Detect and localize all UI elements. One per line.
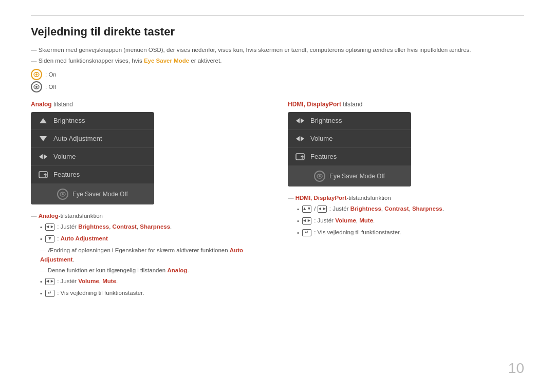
analog-tilstand-label: Analog tilstand xyxy=(31,101,267,108)
bullet-brightness-analog: • ◄► : Justér Brightness, Contrast, Shar… xyxy=(40,222,267,232)
features-row-hdmi: Features xyxy=(288,148,411,166)
down-icon-1: ▼ xyxy=(45,235,54,242)
volume-row-analog: Volume xyxy=(31,148,154,166)
eye-icon-off xyxy=(31,81,42,92)
bullet-auto-adjustment: • ▼ : Auto Adjustment xyxy=(40,234,267,244)
auto-adjustment-icon xyxy=(38,135,48,143)
eye-saver-osd-icon-hdmi xyxy=(314,171,325,182)
top-divider xyxy=(31,15,524,16)
auto-adj-note-1: Ændring af opløsningen i Egenskaber for … xyxy=(40,246,267,264)
features-row-analog: Features xyxy=(31,166,154,184)
svg-point-1 xyxy=(35,73,38,76)
brightness-icon-analog xyxy=(38,117,48,125)
eye-saver-row-hdmi: Eye Saver Mode Off xyxy=(288,166,411,186)
lr-icon-3: ◄► xyxy=(318,206,327,213)
svg-point-4 xyxy=(35,86,38,88)
eye-saver-label-analog: Eye Saver Mode Off xyxy=(72,191,128,198)
hdmi-notes-header: HDMI, DisplayPort-tilstandsfunktion xyxy=(288,194,524,202)
features-label-analog: Features xyxy=(53,171,80,178)
eye-icon-on-row: : On xyxy=(31,69,524,80)
eye-saver-row-analog: Eye Saver Mode Off xyxy=(31,184,154,204)
features-icon-hdmi xyxy=(295,153,305,161)
eye-icon-on xyxy=(31,69,42,80)
features-label-hdmi: Features xyxy=(310,153,337,160)
volume-icon-analog xyxy=(38,153,48,161)
brightness-label-hdmi: Brightness xyxy=(310,117,342,124)
volume-icon-hdmi xyxy=(295,135,305,143)
brightness-row-hdmi: Brightness xyxy=(288,112,411,130)
hdmi-column: HDMI, DisplayPort tilstand Brightness xyxy=(288,101,524,240)
ud-lr-icon: ▲▼ xyxy=(302,206,311,213)
analog-osd-menu: Brightness Auto Adjustment Volume xyxy=(31,112,154,204)
auto-adjustment-row: Auto Adjustment xyxy=(31,130,154,148)
analog-notes-header: Analog-tilstandsfunktion xyxy=(31,212,267,220)
page-title: Vejledning til direkte taster xyxy=(31,25,524,39)
brightness-icon-hdmi xyxy=(295,117,305,125)
hdmi-highlight: HDMI, DisplayPort xyxy=(288,101,341,108)
hdmi-bullet-list: • ▲▼ / ◄► : Justér Brightness, Contrast,… xyxy=(297,204,524,238)
eye-saver-label-hdmi: Eye Saver Mode Off xyxy=(329,173,385,180)
hdmi-tilstand-label: HDMI, DisplayPort tilstand xyxy=(288,101,524,108)
two-column-layout: Analog tilstand Brightness Auto Adjustme… xyxy=(31,101,524,301)
analog-notes: Analog-tilstandsfunktion • ◄► : Justér B… xyxy=(31,212,267,298)
eye-on-label: : On xyxy=(45,71,57,78)
lr-icon-4: ◄► xyxy=(302,217,311,225)
volume-label-hdmi: Volume xyxy=(310,135,332,142)
eye-icon-off-row: : Off xyxy=(31,81,524,92)
bullet-enter-hdmi: • ↵ : Vis vejledning til funktionstaster… xyxy=(297,228,524,237)
lr-icon-2: ◄► xyxy=(45,278,54,285)
analog-bullet-list: • ◄► : Justér Brightness, Contrast, Shar… xyxy=(40,222,267,298)
volume-row-hdmi: Volume xyxy=(288,130,411,148)
hdmi-notes: HDMI, DisplayPort-tilstandsfunktion • ▲▼… xyxy=(288,194,524,238)
auto-adjustment-label: Auto Adjustment xyxy=(53,135,102,142)
lr-icon-1: ◄► xyxy=(45,223,54,231)
enter-icon-1: ↵ xyxy=(45,290,54,297)
analog-column: Analog tilstand Brightness Auto Adjustme… xyxy=(31,101,267,301)
analog-highlight: Analog xyxy=(31,101,52,108)
bullet-enter-analog: • ↵ : Vis vejledning til funktionstaster… xyxy=(40,289,267,298)
brightness-label-analog: Brightness xyxy=(53,117,85,124)
desc-1: Skærmen med genvejsknappen (menuen OSD),… xyxy=(31,46,524,54)
brightness-row-analog: Brightness xyxy=(31,112,154,130)
volume-label-analog: Volume xyxy=(53,153,76,160)
features-icon-analog xyxy=(38,171,48,179)
svg-point-9 xyxy=(62,193,64,195)
enter-icon-2: ↵ xyxy=(302,229,311,236)
eye-saver-legend: : On : Off xyxy=(31,69,524,92)
auto-adj-note-2: Denne funktion er kun tilgængelig i tils… xyxy=(40,266,267,275)
page-number: 10 xyxy=(508,360,524,377)
bullet-volume-hdmi: • ◄► : Justér Volume, Mute. xyxy=(297,216,524,226)
hdmi-osd-menu: Brightness Volume xyxy=(288,112,411,186)
eye-off-label: : Off xyxy=(45,84,57,90)
bullet-brightness-hdmi: • ▲▼ / ◄► : Justér Brightness, Contrast,… xyxy=(297,204,524,214)
eye-saver-osd-icon-analog xyxy=(57,189,68,200)
svg-point-14 xyxy=(319,175,321,177)
desc-2: Siden med funktionsknapper vises, hvis E… xyxy=(31,57,524,65)
bullet-volume-analog: • ◄► : Justér Volume, Mute. xyxy=(40,277,267,286)
